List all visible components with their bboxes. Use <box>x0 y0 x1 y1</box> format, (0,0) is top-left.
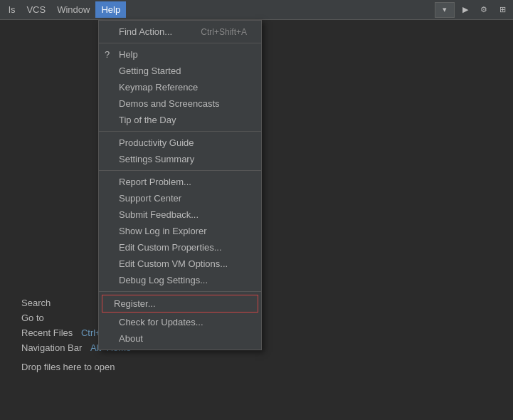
find-action-label: Find Action... <box>119 26 172 37</box>
menu-item-demos[interactable]: Demos and Screencasts <box>99 95 261 112</box>
menu-item-about[interactable]: About <box>99 330 261 347</box>
more-button[interactable]: ⊞ <box>495 2 510 18</box>
help-label: Help <box>119 49 138 60</box>
submit-feedback-label: Submit Feedback... <box>119 209 199 220</box>
search-label: Search <box>21 298 51 308</box>
report-problem-label: Report Problem... <box>119 177 191 187</box>
menu-item-find-action[interactable]: Find Action... Ctrl+Shift+A <box>99 23 261 40</box>
menubar-item-ls[interactable]: ls <box>3 1 21 18</box>
menu-item-submit-feedback[interactable]: Submit Feedback... <box>99 206 261 223</box>
menu-item-edit-custom-props[interactable]: Edit Custom Properties... <box>99 239 261 256</box>
help-dropdown-menu: Find Action... Ctrl+Shift+A ? Help Getti… <box>98 20 262 350</box>
menu-item-register[interactable]: Register... <box>102 295 258 313</box>
recent-label: Recent Files <box>21 327 73 338</box>
edit-custom-props-label: Edit Custom Properties... <box>119 242 222 253</box>
separator-2 <box>99 131 261 132</box>
tip-label: Tip of the Day <box>119 115 176 125</box>
menu-item-productivity[interactable]: Productivity Guide <box>99 135 261 151</box>
getting-started-label: Getting Started <box>119 65 181 76</box>
menubar-item-vcs[interactable]: VCS <box>21 1 51 18</box>
separator-3 <box>99 170 261 171</box>
separator-1 <box>99 43 261 43</box>
debug-log-label: Debug Log Settings... <box>119 275 208 285</box>
menubar-item-window[interactable]: Window <box>51 1 95 18</box>
menu-item-debug-log[interactable]: Debug Log Settings... <box>99 272 261 288</box>
check-updates-label: Check for Updates... <box>119 317 203 327</box>
toolbar-right: ▾ ▶ ⚙ ⊞ <box>435 2 510 18</box>
demos-label: Demos and Screencasts <box>119 98 220 109</box>
run-button[interactable]: ▶ <box>458 2 473 18</box>
productivity-label: Productivity Guide <box>119 137 194 148</box>
main-content: Search Go to Recent Files Ctrl+E Navigat… <box>0 20 513 420</box>
register-label: Register... <box>114 298 156 309</box>
menu-item-help[interactable]: ? Help <box>99 46 261 63</box>
drop-files-label: Drop files here to open <box>21 362 115 372</box>
support-center-label: Support Center <box>119 193 181 204</box>
separator-4 <box>99 291 261 292</box>
menu-item-tip[interactable]: Tip of the Day <box>99 112 261 128</box>
about-label: About <box>119 333 143 344</box>
menu-item-support-center[interactable]: Support Center <box>99 190 261 206</box>
menu-item-settings-summary[interactable]: Settings Summary <box>99 151 261 167</box>
find-action-shortcut: Ctrl+Shift+A <box>179 27 247 37</box>
menu-item-report-problem[interactable]: Report Problem... <box>99 174 261 190</box>
menu-item-edit-custom-vm[interactable]: Edit Custom VM Options... <box>99 256 261 272</box>
edit-custom-vm-label: Edit Custom VM Options... <box>119 258 228 269</box>
menubar-item-help[interactable]: Help <box>95 1 126 18</box>
menubar: ls VCS Window Help ▾ ▶ ⚙ ⊞ <box>0 0 513 20</box>
question-mark-icon: ? <box>105 49 110 60</box>
nav-label: Navigation Bar <box>21 342 82 353</box>
menu-item-keymap[interactable]: Keymap Reference <box>99 79 261 95</box>
menu-item-getting-started[interactable]: Getting Started <box>99 63 261 79</box>
drop-files-line: Drop files here to open <box>21 362 492 372</box>
menu-item-check-updates[interactable]: Check for Updates... <box>99 314 261 330</box>
menu-item-show-log[interactable]: Show Log in Explorer <box>99 223 261 239</box>
settings-summary-label: Settings Summary <box>119 154 194 164</box>
run-config-dropdown[interactable]: ▾ <box>435 2 455 18</box>
debug-button[interactable]: ⚙ <box>476 2 492 18</box>
show-log-label: Show Log in Explorer <box>119 226 207 236</box>
keymap-label: Keymap Reference <box>119 82 198 93</box>
goto-label: Go to <box>21 313 44 323</box>
